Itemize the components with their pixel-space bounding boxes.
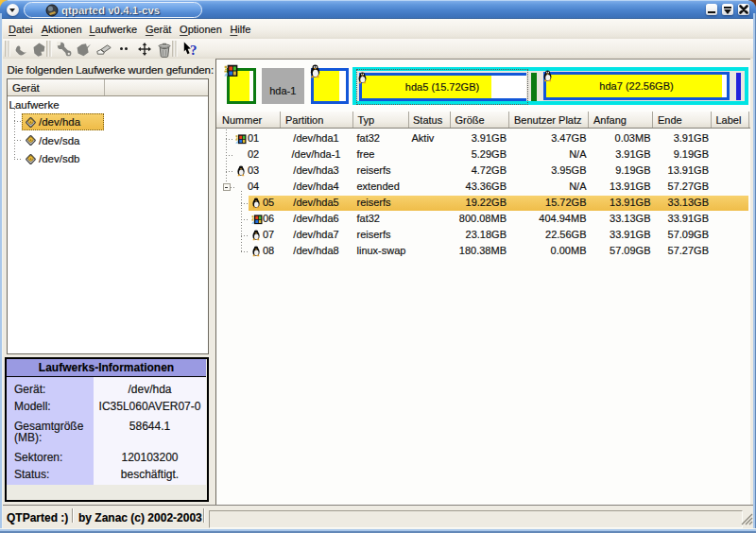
svg-text:?: ? <box>190 43 198 58</box>
